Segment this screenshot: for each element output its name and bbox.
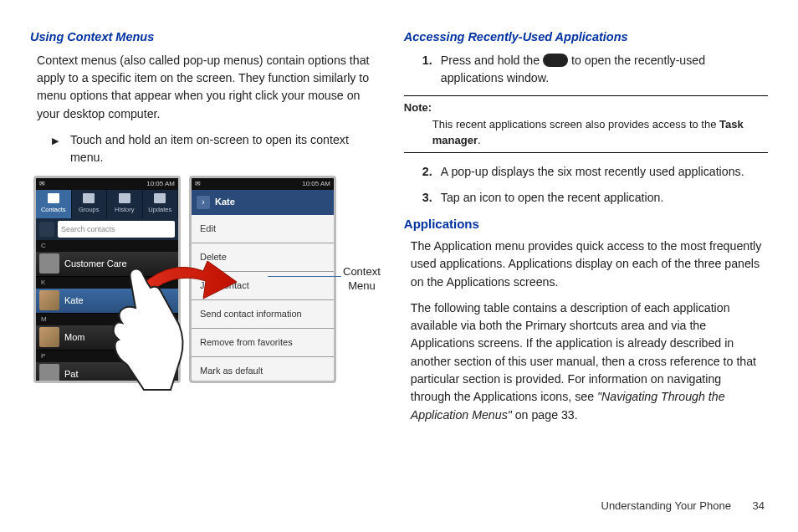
- status-mail-icon: ✉: [39, 179, 45, 189]
- menu-mark-default: Mark as default: [192, 357, 334, 383]
- add-contact-icon: [39, 222, 54, 237]
- step-3-text: Tap an icon to open the recent applicati…: [441, 189, 664, 207]
- tab-history: History: [107, 190, 143, 218]
- para-applications-intro: The Application menu provides quick acce…: [411, 238, 763, 291]
- context-menu-title: Kate: [215, 195, 235, 209]
- status-time: 10:05 AM: [302, 179, 330, 189]
- tab-contacts: Contacts: [36, 190, 72, 218]
- callout-line: [268, 276, 341, 277]
- figure-context-menu: ✉ 10:05 AM Contacts Groups History Updat…: [33, 176, 381, 383]
- heading-using-context-menus: Using Context Menus: [30, 28, 381, 47]
- heading-applications: Applications: [404, 215, 768, 234]
- heading-recent-apps: Accessing Recently-Used Applications: [404, 28, 768, 47]
- avatar-photo: [39, 327, 59, 347]
- bullet-touch-hold: Touch and hold an item on-screen to open…: [70, 131, 381, 167]
- avatar-icon: [39, 364, 59, 383]
- page-footer: Understanding Your Phone 34: [601, 498, 765, 514]
- para-applications-table: The following table contains a descripti…: [411, 299, 763, 424]
- back-icon: ›: [197, 196, 210, 209]
- step-3-number: 3.: [422, 189, 441, 207]
- step-2-text: A pop-up displays the six most recently …: [441, 163, 744, 181]
- status-time: 10:05 AM: [146, 179, 175, 189]
- hand-gesture-icon: [110, 266, 191, 391]
- tab-updates: Updates: [143, 190, 179, 218]
- menu-remove-favorites: Remove from favorites: [192, 329, 334, 357]
- search-contacts-input: Search contacts: [58, 221, 175, 238]
- footer-page-number: 34: [753, 499, 765, 512]
- avatar-icon: [39, 253, 59, 274]
- home-button-icon: [543, 54, 568, 67]
- step-2-number: 2.: [422, 163, 441, 181]
- section-c: C: [36, 240, 178, 252]
- context-menu-label: Context Menu: [343, 265, 381, 294]
- avatar-photo: [39, 290, 59, 310]
- tab-groups: Groups: [72, 190, 108, 218]
- footer-section: Understanding Your Phone: [601, 499, 731, 512]
- note-task-manager: Note: This recent applications screen al…: [404, 95, 768, 153]
- status-mail-icon: ✉: [195, 179, 201, 189]
- step-1-number: 1.: [422, 52, 441, 88]
- menu-edit: Edit: [192, 215, 334, 243]
- step-1-text: Press and hold the to open the recently-…: [441, 52, 768, 88]
- para-context-intro: Context menus (also called pop-up menus)…: [37, 52, 376, 123]
- bullet-marker: ▶: [52, 134, 59, 167]
